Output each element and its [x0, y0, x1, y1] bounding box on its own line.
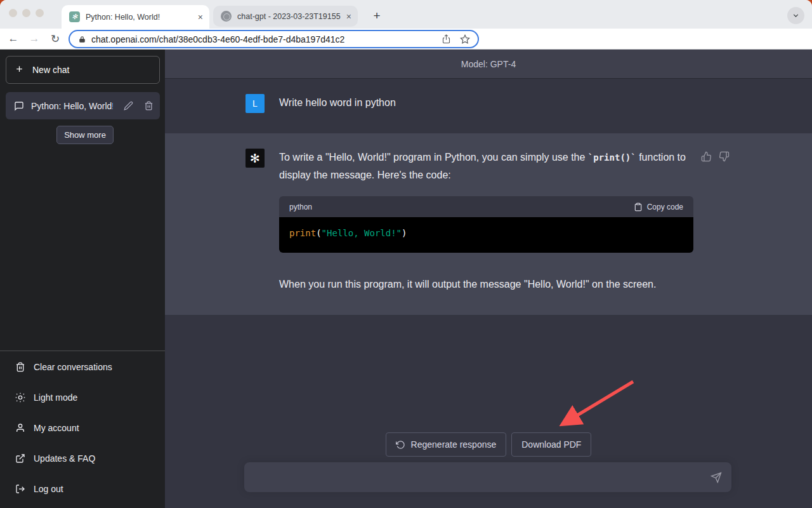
regenerate-label: Regenerate response: [411, 439, 497, 450]
code-token-string: "Hello, World!": [322, 228, 402, 238]
user-message-text: Write hello word in python: [279, 94, 695, 112]
window-controls[interactable]: [9, 9, 44, 17]
plus-icon: [15, 64, 24, 76]
sidebar-item-my-account[interactable]: My account: [0, 413, 165, 443]
assistant-avatar: ✻: [246, 149, 265, 168]
tab-title: chat-gpt - 2023-03-23T19155: [237, 12, 341, 21]
download-pdf-label: Download PDF: [521, 439, 581, 450]
sidebar: New chat Python: Hello, World! Show more: [0, 50, 165, 508]
bookmark-star-icon[interactable]: [460, 34, 470, 44]
tab-title: Python: Hello, World!: [86, 13, 193, 22]
browser-toolbar: ← → ↻ chat.openai.com/chat/38e0cdb3-4e60…: [0, 29, 812, 50]
browser-window: ✻ Python: Hello, World! × chat-gpt - 202…: [0, 0, 812, 508]
tab-chatgpt[interactable]: ✻ Python: Hello, World! ×: [62, 5, 209, 29]
chat-bubble-icon: [14, 101, 24, 111]
menu-label: Clear conversations: [34, 362, 112, 372]
message-input-container: [244, 462, 731, 492]
edit-chat-icon[interactable]: [124, 101, 133, 110]
menu-label: Light mode: [34, 392, 77, 403]
regenerate-icon: [396, 440, 405, 450]
menu-label: Log out: [34, 484, 63, 494]
code-token-function: print: [289, 228, 316, 238]
openai-logo-icon: ✻: [250, 151, 260, 166]
chatgpt-app: New chat Python: Hello, World! Show more: [0, 50, 812, 508]
share-icon[interactable]: [442, 34, 451, 44]
minimize-window-button[interactable]: [22, 9, 30, 17]
zoom-window-button[interactable]: [36, 9, 44, 17]
download-pdf-button[interactable]: Download PDF: [511, 432, 591, 457]
code-language-label: python: [289, 203, 634, 211]
regenerate-response-button[interactable]: Regenerate response: [386, 432, 507, 457]
trash-icon: [15, 362, 25, 372]
chat-title: Python: Hello, World!: [31, 101, 113, 111]
address-bar[interactable]: chat.openai.com/chat/38e0cdb3-4e60-4edf-…: [69, 30, 479, 48]
new-tab-button[interactable]: +: [368, 7, 386, 25]
new-chat-label: New chat: [32, 65, 69, 75]
assistant-message-text: To write a "Hello, World!" program in Py…: [279, 149, 695, 184]
send-message-icon[interactable]: [705, 472, 728, 483]
lock-icon: [79, 36, 86, 43]
chevron-down-icon: [792, 11, 800, 20]
sun-icon: [15, 392, 25, 403]
model-header: Model: GPT-4: [165, 50, 812, 79]
copy-code-label: Copy code: [647, 203, 683, 211]
reload-button[interactable]: ↻: [48, 32, 63, 46]
thumbs-down-icon[interactable]: [719, 151, 730, 162]
code-block-header: python Copy code: [279, 196, 693, 217]
sidebar-menu: Clear conversations Light mode My accoun…: [0, 351, 165, 504]
logout-icon: [15, 484, 25, 494]
chatgpt-favicon: ✻: [69, 11, 80, 22]
clipboard-icon: [634, 203, 643, 211]
show-more-button[interactable]: Show more: [56, 126, 114, 144]
thumbs-up-icon[interactable]: [701, 151, 712, 162]
user-avatar: L: [246, 94, 265, 113]
sidebar-item-clear-conversations[interactable]: Clear conversations: [0, 352, 165, 382]
tab-strip: ✻ Python: Hello, World! × chat-gpt - 202…: [0, 0, 812, 29]
forward-button[interactable]: →: [27, 32, 42, 45]
sidebar-item-chat[interactable]: Python: Hello, World!: [6, 92, 160, 119]
code-block: python Copy code print("Hello, World!"): [279, 196, 693, 253]
globe-favicon: [221, 11, 232, 22]
copy-code-button[interactable]: Copy code: [634, 203, 683, 211]
sidebar-item-log-out[interactable]: Log out: [0, 474, 165, 504]
menu-label: Updates & FAQ: [34, 453, 95, 464]
chat-panel: Model: GPT-4 L Write hello word in pytho…: [165, 50, 812, 508]
delete-chat-icon[interactable]: [144, 101, 154, 110]
menu-label: My account: [34, 423, 79, 433]
close-tab-icon[interactable]: ×: [198, 13, 203, 22]
code-content: print("Hello, World!"): [279, 217, 693, 253]
sidebar-item-light-mode[interactable]: Light mode: [0, 382, 165, 413]
close-window-button[interactable]: [9, 9, 17, 17]
external-link-icon: [15, 453, 25, 464]
back-button[interactable]: ←: [6, 32, 21, 45]
tab-search-button[interactable]: [787, 7, 804, 24]
user-icon: [15, 423, 25, 433]
message-input[interactable]: [244, 462, 705, 492]
desktop: ✻ Python: Hello, World! × chat-gpt - 202…: [0, 0, 812, 508]
assistant-message-row: ✻ To write a "Hello, World!" program in …: [165, 133, 812, 316]
tab-download[interactable]: chat-gpt - 2023-03-23T19155 ×: [213, 6, 358, 27]
close-tab-icon[interactable]: ×: [346, 12, 351, 21]
action-buttons: Regenerate response Download PDF: [165, 432, 812, 457]
new-chat-button[interactable]: New chat: [6, 56, 160, 84]
user-message-row: L Write hello word in python: [165, 79, 812, 133]
sidebar-item-updates-faq[interactable]: Updates & FAQ: [0, 443, 165, 474]
url-text: chat.openai.com/chat/38e0cdb3-4e60-4edf-…: [91, 34, 433, 44]
inline-code: `print()`: [588, 152, 636, 163]
assistant-message-text-2: When you run this program, it will outpu…: [279, 276, 723, 293]
